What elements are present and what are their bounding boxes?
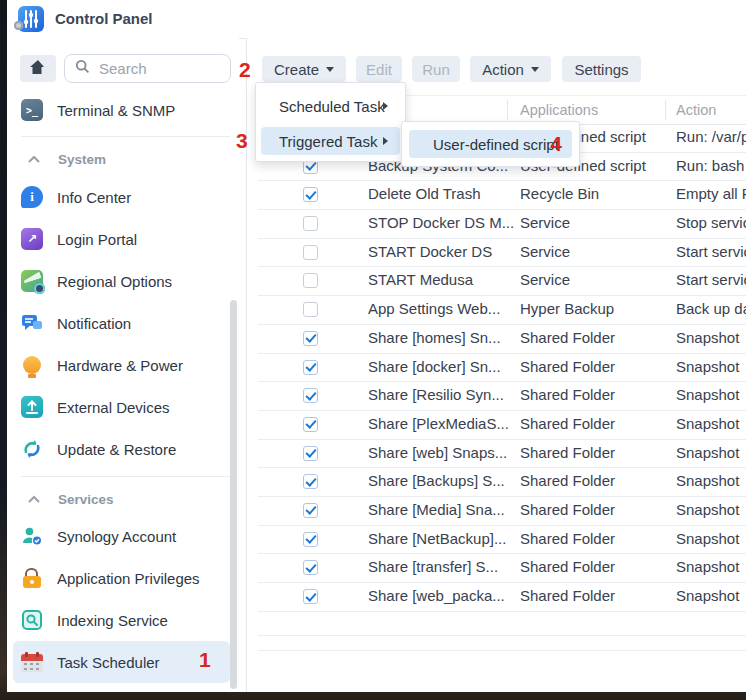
run-button[interactable]: Run: [412, 56, 460, 82]
sidebar-section-services[interactable]: Services: [27, 488, 114, 510]
annotation-4: 4: [550, 132, 562, 156]
control-panel-icon: [18, 6, 44, 32]
task-action: Snapshot: [676, 558, 739, 575]
search-input[interactable]: [97, 59, 211, 78]
enabled-checkbox[interactable]: [303, 187, 318, 202]
enabled-checkbox[interactable]: [303, 273, 318, 288]
empty-row-divider: [258, 650, 746, 651]
submenu-arrow-icon: [383, 102, 388, 110]
task-name: START Medusa: [368, 271, 473, 288]
enabled-checkbox[interactable]: [303, 245, 318, 260]
task-action: Snapshot: [676, 444, 739, 461]
titlebar: Control Panel: [7, 0, 746, 39]
task-action: Run: bash /: [676, 157, 746, 174]
home-button[interactable]: [20, 55, 56, 82]
task-name: App Settings Web...: [368, 300, 500, 317]
task-application: Recycle Bin: [520, 185, 599, 202]
enabled-checkbox[interactable]: [303, 331, 318, 346]
sidebar-item-application-privileges[interactable]: Application Privileges: [20, 557, 225, 599]
menu-item-triggered-task[interactable]: Triggered Task: [261, 127, 400, 155]
search-box[interactable]: [64, 54, 231, 83]
enabled-checkbox[interactable]: [303, 589, 318, 604]
sidebar-item-hardware-power[interactable]: Hardware & Power: [20, 344, 225, 386]
task-application: Hyper Backup: [520, 300, 614, 317]
task-name: Share [Backups] S...: [368, 472, 505, 489]
task-action: Start servic: [676, 243, 746, 260]
table-row[interactable]: Share [transfer] S... Shared Folder Snap…: [258, 554, 746, 583]
terminal-icon: >_: [20, 98, 44, 122]
task-application: Shared Folder: [520, 472, 615, 489]
sidebar-item-info-center[interactable]: i Info Center: [20, 176, 225, 218]
submenu-arrow-icon: [383, 137, 388, 145]
task-action: Empty all R: [676, 185, 746, 202]
globe-clock-icon: [20, 269, 44, 293]
task-action: Snapshot: [676, 587, 739, 604]
menu-item-user-defined-script[interactable]: User-defined script 4: [409, 130, 572, 158]
table-row[interactable]: Share [docker] Sn... Shared Folder Snaps…: [258, 354, 746, 383]
task-action: Run: /var/p: [676, 128, 746, 145]
edit-button[interactable]: Edit: [356, 56, 402, 82]
enabled-checkbox[interactable]: [303, 302, 318, 317]
table-row[interactable]: Share [Backups] S... Shared Folder Snaps…: [258, 468, 746, 497]
sidebar-scrollbar[interactable]: [230, 300, 237, 689]
menu-item-scheduled-task[interactable]: Scheduled Task: [261, 92, 400, 120]
table-row[interactable]: Share [web] Snaps... Shared Folder Snaps…: [258, 440, 746, 469]
sidebar-item-notification[interactable]: Notification: [20, 302, 225, 344]
window-title: Control Panel: [55, 10, 153, 27]
sidebar-item-synology-account[interactable]: Synology Account: [20, 515, 225, 557]
table-row[interactable]: Share [homes] Sn... Shared Folder Snapsh…: [258, 325, 746, 354]
header-applications[interactable]: Applications: [520, 102, 598, 118]
home-icon: [29, 59, 47, 79]
sidebar-item-terminal-snmp[interactable]: >_ Terminal & SNMP: [20, 89, 225, 131]
sidebar-section-system[interactable]: System: [27, 148, 106, 170]
task-name: Share [homes] Sn...: [368, 329, 501, 346]
sidebar-item-login-portal[interactable]: ↗ Login Portal: [20, 218, 225, 260]
task-table: User-defined script Run: /var/p Backup S…: [258, 124, 746, 612]
task-action: Snapshot: [676, 530, 739, 547]
enabled-checkbox[interactable]: [303, 560, 318, 575]
sidebar-item-regional-options[interactable]: Regional Options: [20, 260, 225, 302]
enabled-checkbox[interactable]: [303, 388, 318, 403]
enabled-checkbox[interactable]: [303, 417, 318, 432]
table-row[interactable]: Share [Resilio Syn... Shared Folder Snap…: [258, 382, 746, 411]
table-row[interactable]: Share [PlexMediaS... Shared Folder Snaps…: [258, 411, 746, 440]
sidebar-item-update-restore[interactable]: Update & Restore: [20, 428, 225, 470]
task-name: Share [PlexMediaS...: [368, 415, 509, 432]
enabled-checkbox[interactable]: [303, 532, 318, 547]
table-row[interactable]: STOP Docker DS M... Service Stop servic: [258, 210, 746, 239]
task-application: Shared Folder: [520, 558, 615, 575]
task-application: Service: [520, 271, 570, 288]
table-row[interactable]: Delete Old Trash Recycle Bin Empty all R: [258, 181, 746, 210]
settings-button[interactable]: Settings: [562, 56, 641, 82]
info-icon: i: [20, 185, 44, 209]
enabled-checkbox[interactable]: [303, 446, 318, 461]
table-row[interactable]: Share [Media] Sna... Shared Folder Snaps…: [258, 497, 746, 526]
table-row[interactable]: Share [NetBackup]... Shared Folder Snaps…: [258, 526, 746, 555]
task-action: Snapshot: [676, 472, 739, 489]
table-row[interactable]: START Docker DS Service Start servic: [258, 239, 746, 268]
annotation-3: 3: [236, 129, 248, 153]
enabled-checkbox[interactable]: [303, 216, 318, 231]
create-button[interactable]: Create: [262, 56, 346, 82]
task-name: STOP Docker DS M...: [368, 214, 514, 231]
task-name: Share [web_packa...: [368, 587, 505, 604]
enabled-checkbox[interactable]: [303, 503, 318, 518]
header-action[interactable]: Action: [676, 102, 716, 118]
enabled-checkbox[interactable]: [303, 474, 318, 489]
task-application: Shared Folder: [520, 501, 615, 518]
table-row[interactable]: App Settings Web... Hyper Backup Back up…: [258, 296, 746, 325]
column-separator: [665, 100, 666, 120]
sidebar-item-external-devices[interactable]: External Devices: [20, 386, 225, 428]
task-name: Share [docker] Sn...: [368, 358, 501, 375]
sidebar-item-task-scheduler[interactable]: Task Scheduler: [13, 641, 230, 683]
task-application: Shared Folder: [520, 329, 615, 346]
sidebar-item-indexing-service[interactable]: Indexing Service: [20, 599, 225, 641]
action-button[interactable]: Action: [470, 56, 551, 82]
task-action: Back up da: [676, 300, 746, 317]
table-row[interactable]: Share [web_packa... Shared Folder Snapsh…: [258, 583, 746, 612]
table-row[interactable]: START Medusa Service Start servic: [258, 267, 746, 296]
task-action: Snapshot: [676, 329, 739, 346]
task-action: Start servic: [676, 271, 746, 288]
create-menu: Scheduled Task Triggered Task: [255, 82, 406, 162]
enabled-checkbox[interactable]: [303, 360, 318, 375]
